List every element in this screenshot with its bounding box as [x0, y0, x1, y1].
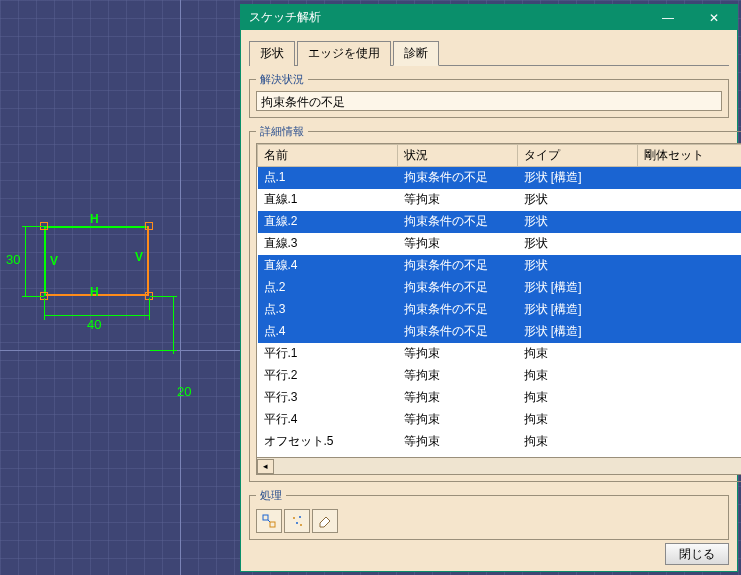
cell-status: 等拘束 [398, 189, 518, 211]
table-row[interactable]: 直線.2拘束条件の不足形状 [258, 211, 742, 233]
window-title: スケッチ解析 [249, 9, 321, 26]
table-row[interactable]: 点.1拘束条件の不足形状 [構造] [258, 167, 742, 189]
dim-ext-h1 [44, 298, 45, 320]
cell-name: オフセット.5 [258, 431, 398, 453]
cell-rigidset [638, 409, 742, 431]
cell-name: 直線.3 [258, 233, 398, 255]
table-row[interactable]: 平行.3等拘束拘束 [258, 387, 742, 409]
solution-status-legend: 解決状況 [256, 72, 308, 87]
cell-name: 平行.4 [258, 409, 398, 431]
table-row[interactable]: 直線.1等拘束形状 [258, 189, 742, 211]
cell-status: 等拘束 [398, 387, 518, 409]
cell-rigidset [638, 365, 742, 387]
h-constraint-top: H [90, 212, 99, 226]
table-row[interactable]: 点.2拘束条件の不足形状 [構造] [258, 277, 742, 299]
dim-ext-off1 [150, 296, 177, 297]
cell-type: 拘束 [518, 431, 638, 453]
cell-name: 点.4 [258, 321, 398, 343]
cell-rigidset [638, 343, 742, 365]
eraser-icon [317, 513, 333, 529]
cell-status: 等拘束 [398, 343, 518, 365]
detail-info-legend: 詳細情報 [256, 124, 308, 139]
cell-type: 形状 [構造] [518, 277, 638, 299]
scroll-track[interactable] [274, 459, 741, 474]
sketch-rectangle[interactable]: H H V V [44, 226, 149, 296]
horizontal-scrollbar[interactable]: ◂ ▸ [256, 458, 741, 475]
dim-value-off[interactable]: 20 [177, 384, 191, 399]
cell-type: 拘束 [518, 343, 638, 365]
svg-point-4 [296, 522, 298, 524]
table-row[interactable]: 点.3拘束条件の不足形状 [構造] [258, 299, 742, 321]
cell-rigidset [638, 277, 742, 299]
h-constraint-bottom: H [90, 285, 99, 299]
dim-line-h [44, 315, 149, 316]
scroll-left-button[interactable]: ◂ [257, 459, 274, 474]
tab-shape[interactable]: 形状 [249, 41, 295, 66]
cell-status: 等拘束 [398, 365, 518, 387]
dim-ext-h2 [149, 298, 150, 320]
process-group: 処理 [249, 488, 729, 540]
cell-type: 形状 [518, 233, 638, 255]
dim-ext-v1 [22, 226, 44, 227]
detail-info-group: 詳細情報 名前 状況 タイプ 剛体セット 点.1拘束条件の不足形状 [構造]直線… [249, 124, 741, 482]
col-type[interactable]: タイプ [518, 145, 638, 167]
svg-rect-0 [263, 515, 268, 520]
cell-type: 拘束 [518, 387, 638, 409]
dim-line-v [25, 226, 26, 296]
cell-type: 形状 [518, 189, 638, 211]
col-status[interactable]: 状況 [398, 145, 518, 167]
cell-status: 拘束条件の不足 [398, 255, 518, 277]
tab-diagnosis[interactable]: 診断 [393, 41, 439, 66]
tab-use-edge[interactable]: エッジを使用 [297, 41, 391, 66]
cell-rigidset [638, 189, 742, 211]
tool-erase[interactable] [312, 509, 338, 533]
close-dialog-button[interactable]: 閉じる [665, 543, 729, 565]
detail-table-wrap[interactable]: 名前 状況 タイプ 剛体セット 点.1拘束条件の不足形状 [構造]直線.1等拘束… [256, 143, 741, 458]
close-button[interactable]: ✕ [691, 5, 737, 30]
vertex-2[interactable] [145, 222, 153, 230]
cell-status: 拘束条件の不足 [398, 299, 518, 321]
tab-strip: 形状 エッジを使用 診断 [249, 40, 729, 66]
tool-add-constraint[interactable] [284, 509, 310, 533]
v-constraint-right: V [135, 250, 143, 264]
detail-table[interactable]: 名前 状況 タイプ 剛体セット 点.1拘束条件の不足形状 [構造]直線.1等拘束… [257, 144, 741, 458]
table-row[interactable]: 直線.4拘束条件の不足形状 [258, 255, 742, 277]
line-left[interactable] [44, 226, 46, 296]
table-row[interactable]: 直線.3等拘束形状 [258, 233, 742, 255]
dim-line-off [173, 296, 174, 354]
sketch-analysis-dialog: スケッチ解析 — ✕ 形状 エッジを使用 診断 解決状況 拘束条件の不足 詳細情… [240, 4, 738, 572]
cell-type: 形状 [518, 211, 638, 233]
titlebar[interactable]: スケッチ解析 — ✕ [241, 5, 737, 30]
table-row[interactable]: 平行.1等拘束拘束 [258, 343, 742, 365]
svg-point-2 [293, 517, 295, 519]
cell-status: 等拘束 [398, 233, 518, 255]
table-row[interactable]: オフセット.5等拘束拘束 [258, 431, 742, 453]
tool-constrain[interactable] [256, 509, 282, 533]
col-rigidset[interactable]: 剛体セット [638, 145, 742, 167]
dim-value-h[interactable]: 40 [87, 317, 101, 332]
cell-status: 等拘束 [398, 431, 518, 453]
dim-ext-off2 [150, 350, 177, 351]
line-right[interactable] [147, 226, 149, 296]
sparkle-icon [289, 513, 305, 529]
cell-rigidset [638, 299, 742, 321]
cell-name: 平行.2 [258, 365, 398, 387]
cell-status: 拘束条件の不足 [398, 321, 518, 343]
svg-point-5 [300, 524, 302, 526]
cell-type: 形状 [518, 255, 638, 277]
line-top[interactable] [44, 226, 149, 228]
dim-ext-v2 [22, 296, 44, 297]
table-row[interactable]: 平行.4等拘束拘束 [258, 409, 742, 431]
cell-rigidset [638, 167, 742, 189]
solution-status-group: 解決状況 拘束条件の不足 [249, 72, 729, 118]
cell-rigidset [638, 387, 742, 409]
table-row[interactable]: 平行.2等拘束拘束 [258, 365, 742, 387]
minimize-button[interactable]: — [645, 5, 691, 30]
cell-status: 等拘束 [398, 409, 518, 431]
cell-type: 形状 [構造] [518, 299, 638, 321]
cell-type: 拘束 [518, 409, 638, 431]
table-row[interactable]: 点.4拘束条件の不足形状 [構造] [258, 321, 742, 343]
constrain-icon [261, 513, 277, 529]
col-name[interactable]: 名前 [258, 145, 398, 167]
dim-value-v[interactable]: 30 [6, 252, 20, 267]
